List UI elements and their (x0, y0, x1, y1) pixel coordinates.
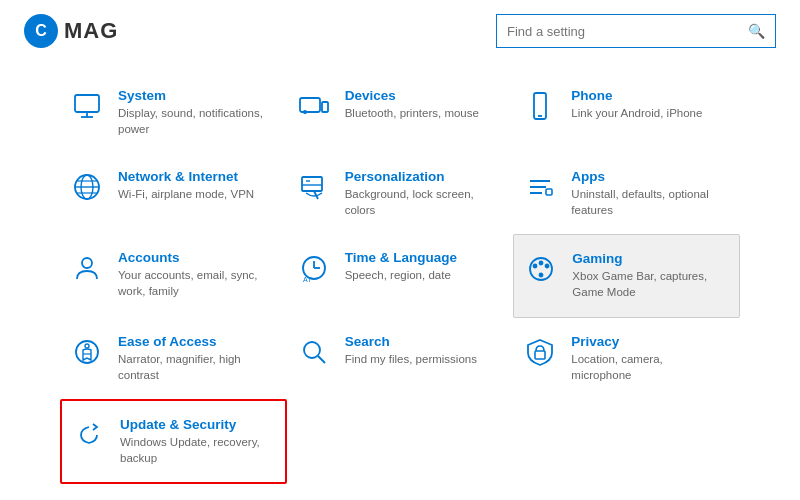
system-icon (70, 90, 104, 127)
setting-title-time: Time & Language (345, 250, 457, 265)
settings-main: SystemDisplay, sound, notifications, pow… (0, 62, 800, 494)
setting-desc-ease: Narrator, magnifier, high contrast (118, 351, 271, 383)
setting-text-apps: AppsUninstall, defaults, optional featur… (571, 169, 724, 218)
svg-rect-0 (75, 95, 99, 112)
devices-icon (297, 90, 331, 127)
setting-desc-system: Display, sound, notifications, power (118, 105, 271, 137)
setting-title-phone: Phone (571, 88, 702, 103)
setting-text-update: Update & SecurityWindows Update, recover… (120, 417, 269, 466)
setting-item-gaming[interactable]: GamingXbox Game Bar, captures, Game Mode (513, 234, 740, 317)
setting-item-network[interactable]: Network & InternetWi-Fi, airplane mode, … (60, 153, 287, 234)
svg-rect-13 (302, 177, 322, 191)
setting-text-privacy: PrivacyLocation, camera, microphone (571, 334, 724, 383)
setting-desc-search: Find my files, permissions (345, 351, 477, 367)
header: C MAG 🔍 (0, 0, 800, 62)
svg-rect-4 (322, 102, 328, 112)
svg-rect-19 (546, 189, 552, 195)
gaming-icon (524, 253, 558, 290)
setting-desc-privacy: Location, camera, microphone (571, 351, 724, 383)
network-icon (70, 171, 104, 208)
setting-item-devices[interactable]: DevicesBluetooth, printers, mouse (287, 72, 514, 153)
setting-text-devices: DevicesBluetooth, printers, mouse (345, 88, 479, 121)
setting-item-personalization[interactable]: PersonalizationBackground, lock screen, … (287, 153, 514, 234)
search-icon[interactable]: 🔍 (748, 23, 765, 39)
setting-title-search: Search (345, 334, 477, 349)
setting-text-time: Time & LanguageSpeech, region, date (345, 250, 457, 283)
setting-desc-personalization: Background, lock screen, colors (345, 186, 498, 218)
setting-title-system: System (118, 88, 271, 103)
svg-point-26 (534, 265, 537, 268)
setting-title-accounts: Accounts (118, 250, 271, 265)
svg-point-27 (546, 265, 549, 268)
search-bar[interactable]: 🔍 (496, 14, 776, 48)
logo-text: MAG (64, 18, 118, 44)
svg-rect-3 (300, 98, 320, 112)
accounts-icon (70, 252, 104, 289)
setting-text-phone: PhoneLink your Android, iPhone (571, 88, 702, 121)
setting-desc-gaming: Xbox Game Bar, captures, Game Mode (572, 268, 723, 300)
setting-item-update[interactable]: Update & SecurityWindows Update, recover… (60, 399, 287, 484)
setting-title-apps: Apps (571, 169, 724, 184)
svg-rect-35 (535, 351, 545, 359)
svg-point-20 (82, 258, 92, 268)
setting-text-system: SystemDisplay, sound, notifications, pow… (118, 88, 271, 137)
setting-text-ease: Ease of AccessNarrator, magnifier, high … (118, 334, 271, 383)
setting-text-personalization: PersonalizationBackground, lock screen, … (345, 169, 498, 218)
setting-item-phone[interactable]: PhoneLink your Android, iPhone (513, 72, 740, 153)
phone-icon (523, 90, 557, 127)
setting-text-search: SearchFind my files, permissions (345, 334, 477, 367)
svg-point-5 (303, 111, 305, 113)
settings-grid: SystemDisplay, sound, notifications, pow… (60, 72, 740, 484)
personalization-icon (297, 171, 331, 208)
setting-desc-update: Windows Update, recovery, backup (120, 434, 269, 466)
setting-item-apps[interactable]: AppsUninstall, defaults, optional featur… (513, 153, 740, 234)
setting-item-privacy[interactable]: PrivacyLocation, camera, microphone (513, 318, 740, 399)
search-icon (297, 336, 331, 373)
svg-line-34 (318, 356, 325, 363)
ease-icon (70, 336, 104, 373)
svg-point-29 (540, 274, 543, 277)
setting-text-network: Network & InternetWi-Fi, airplane mode, … (118, 169, 254, 202)
search-input[interactable] (507, 24, 748, 39)
privacy-icon (523, 336, 557, 373)
svg-text:AT: AT (303, 276, 312, 283)
setting-text-accounts: AccountsYour accounts, email, sync, work… (118, 250, 271, 299)
svg-point-33 (304, 342, 320, 358)
apps-icon (523, 171, 557, 208)
setting-title-update: Update & Security (120, 417, 269, 432)
setting-title-personalization: Personalization (345, 169, 498, 184)
update-icon (72, 419, 106, 456)
logo-icon: C (24, 14, 58, 48)
svg-rect-6 (534, 93, 546, 119)
setting-desc-devices: Bluetooth, printers, mouse (345, 105, 479, 121)
setting-text-gaming: GamingXbox Game Bar, captures, Game Mode (572, 251, 723, 300)
svg-point-28 (540, 262, 543, 265)
svg-point-31 (85, 344, 89, 348)
setting-desc-accounts: Your accounts, email, sync, work, family (118, 267, 271, 299)
setting-title-ease: Ease of Access (118, 334, 271, 349)
logo: C MAG (24, 14, 118, 48)
setting-item-system[interactable]: SystemDisplay, sound, notifications, pow… (60, 72, 287, 153)
setting-title-network: Network & Internet (118, 169, 254, 184)
setting-item-ease[interactable]: Ease of AccessNarrator, magnifier, high … (60, 318, 287, 399)
setting-item-search[interactable]: SearchFind my files, permissions (287, 318, 514, 399)
setting-title-devices: Devices (345, 88, 479, 103)
setting-desc-phone: Link your Android, iPhone (571, 105, 702, 121)
setting-desc-apps: Uninstall, defaults, optional features (571, 186, 724, 218)
setting-title-privacy: Privacy (571, 334, 724, 349)
setting-title-gaming: Gaming (572, 251, 723, 266)
setting-item-time[interactable]: ATTime & LanguageSpeech, region, date (287, 234, 514, 317)
setting-desc-network: Wi-Fi, airplane mode, VPN (118, 186, 254, 202)
setting-item-accounts[interactable]: AccountsYour accounts, email, sync, work… (60, 234, 287, 317)
setting-desc-time: Speech, region, date (345, 267, 457, 283)
time-icon: AT (297, 252, 331, 289)
